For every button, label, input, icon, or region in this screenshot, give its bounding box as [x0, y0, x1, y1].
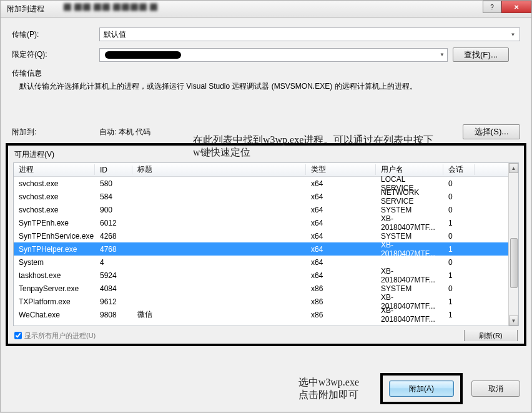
- cell-id: 4084: [95, 284, 132, 293]
- cell-type: x64: [306, 192, 376, 201]
- cell-sess: 0: [443, 192, 475, 201]
- attach-button[interactable]: 附加(A): [389, 381, 454, 397]
- col-process[interactable]: 进程: [14, 164, 95, 175]
- vertical-scrollbar[interactable]: ▲ ▼: [508, 163, 518, 326]
- table-row[interactable]: svchost.exe584x64NETWORK SERVICE0: [14, 190, 508, 203]
- cell-type: x86: [306, 297, 376, 306]
- annotation-1-line1: 在此列表中找到w3wp.exe进程。可以通过在列表中按下: [193, 134, 433, 146]
- cell-id: 6012: [95, 219, 132, 227]
- cell-proc: SynTPEnhService.exe: [14, 232, 95, 241]
- table-row[interactable]: taskhost.exe5924x64XB-20180407MTF...1: [14, 269, 508, 282]
- cell-user: XB-20180407MTF...: [376, 241, 443, 258]
- cell-id: 5924: [95, 271, 132, 280]
- cell-proc: svchost.exe: [14, 192, 95, 201]
- cell-user: SYSTEM: [376, 206, 443, 214]
- col-type[interactable]: 类型: [306, 164, 376, 175]
- cell-sess: 1: [443, 311, 475, 319]
- cell-id: 4768: [95, 245, 132, 254]
- cell-sess: 0: [443, 258, 475, 267]
- qualifier-label: 限定符(Q):: [12, 49, 99, 60]
- cell-proc: SynTPEnh.exe: [14, 219, 95, 227]
- help-icon: ?: [490, 4, 494, 11]
- annotation-2-line2: 点击附加即可: [298, 389, 359, 401]
- cell-type: x64: [306, 179, 376, 188]
- cell-proc: WeChat.exe: [14, 311, 95, 319]
- scroll-up-icon[interactable]: ▲: [509, 163, 518, 173]
- cell-proc: System: [14, 258, 95, 267]
- cell-type: x64: [306, 206, 376, 214]
- scroll-thumb[interactable]: [510, 238, 518, 288]
- col-session[interactable]: 会话: [443, 164, 475, 175]
- cell-id: 4: [95, 258, 132, 267]
- cancel-button[interactable]: 取消: [471, 381, 520, 397]
- annotation-1: 在此列表中找到w3wp.exe进程。可以通过在列表中按下 w键快速定位: [193, 134, 433, 159]
- cell-type: x86: [306, 284, 376, 293]
- dialog-body: 传输(P): 默认值 ▼ 限定符(Q): ▼ 查找(F)... 传输信息 默认传…: [0, 17, 532, 412]
- table-row[interactable]: WeChat.exe9808微信x86XB-20180407MTF...1: [14, 308, 508, 321]
- attach-button-frame: 附加(A): [380, 373, 463, 404]
- cell-user: XB-20180407MTF...: [376, 214, 443, 232]
- cell-id: 9808: [95, 311, 132, 319]
- col-title[interactable]: 标题: [132, 164, 306, 175]
- close-button[interactable]: ✕: [501, 1, 531, 13]
- cell-user: SYSTEM: [376, 232, 443, 241]
- chevron-down-icon: ▼: [440, 52, 445, 57]
- cell-title: 微信: [132, 309, 306, 320]
- cell-sess: 1: [443, 271, 475, 280]
- cell-proc: svchost.exe: [14, 179, 95, 188]
- cell-type: x64: [306, 271, 376, 280]
- cell-proc: taskhost.exe: [14, 271, 95, 280]
- cell-user: NETWORK SERVICE: [376, 188, 443, 206]
- cell-sess: 0: [443, 284, 475, 293]
- table-row[interactable]: SynTPEnh.exe6012x64XB-20180407MTF...1: [14, 216, 508, 229]
- info-text: 默认传输允许选择此计算机上的进程，或选择运行 Visual Studio 远程调…: [12, 81, 520, 92]
- cell-id: 9612: [95, 297, 132, 306]
- blurred-text: ⬛ ⬛⬛ ⬛⬛ ⬛⬛⬛⬛ ⬛: [63, 3, 219, 14]
- cell-user: XB-20180407MTF...: [376, 267, 443, 284]
- chevron-down-icon: ▼: [508, 30, 518, 39]
- checkbox-label: 显示所有用户的进程(U): [24, 331, 96, 341]
- window-title: 附加到进程: [7, 4, 44, 14]
- annotation-2-line1: 选中w3wp.exe: [298, 376, 359, 389]
- scroll-down-icon[interactable]: ▼: [509, 316, 518, 326]
- attachto-label: 附加到:: [12, 127, 99, 137]
- col-id[interactable]: ID: [95, 166, 132, 174]
- close-icon: ✕: [514, 4, 519, 11]
- col-user[interactable]: 用户名: [376, 164, 443, 175]
- cell-sess: 1: [443, 245, 475, 254]
- help-button[interactable]: ?: [483, 1, 501, 13]
- refresh-button[interactable]: 刷新(R): [464, 330, 518, 341]
- qualifier-dropdown[interactable]: ▼: [99, 48, 448, 62]
- redacted-qualifier: [105, 51, 181, 59]
- cell-user: SYSTEM: [376, 284, 443, 293]
- cell-id: 4268: [95, 232, 132, 241]
- select-button[interactable]: 选择(S)...: [463, 124, 520, 139]
- transport-dropdown[interactable]: 默认值 ▼: [99, 27, 520, 41]
- info-title: 传输信息: [12, 68, 520, 79]
- cell-proc: TenpayServer.exe: [14, 284, 95, 293]
- cell-type: x86: [306, 311, 376, 319]
- cell-type: x64: [306, 232, 376, 241]
- checkbox-input[interactable]: [14, 332, 22, 339]
- cell-type: x64: [306, 219, 376, 227]
- cell-sess: 0: [443, 179, 475, 188]
- cell-proc: svchost.exe: [14, 206, 95, 214]
- cell-id: 580: [95, 179, 132, 188]
- find-button[interactable]: 查找(F)...: [453, 47, 509, 62]
- table-row[interactable]: SynTPHelper.exe4768x64XB-20180407MTF...1: [14, 242, 508, 256]
- cell-type: x64: [306, 258, 376, 267]
- cell-sess: 1: [443, 297, 475, 306]
- cell-sess: 1: [443, 219, 475, 227]
- cell-sess: 0: [443, 206, 475, 214]
- annotation-2: 选中w3wp.exe 点击附加即可: [298, 376, 359, 401]
- process-table: 进程 ID 标题 类型 用户名 会话 svchost.exe580x64LOCA…: [13, 162, 519, 326]
- cell-id: 900: [95, 206, 132, 214]
- cell-user: XB-20180407MTF...: [376, 306, 443, 324]
- transport-label: 传输(P):: [12, 29, 99, 40]
- titlebar: 附加到进程 ⬛ ⬛⬛ ⬛⬛ ⬛⬛⬛⬛ ⬛ ? ✕: [0, 0, 532, 17]
- show-all-users-checkbox[interactable]: 显示所有用户的进程(U): [14, 331, 96, 341]
- cell-type: x64: [306, 245, 376, 254]
- cell-proc: SynTPHelper.exe: [14, 245, 95, 254]
- annotation-1-line2: w键快速定位: [193, 146, 433, 159]
- cell-sess: 0: [443, 232, 475, 241]
